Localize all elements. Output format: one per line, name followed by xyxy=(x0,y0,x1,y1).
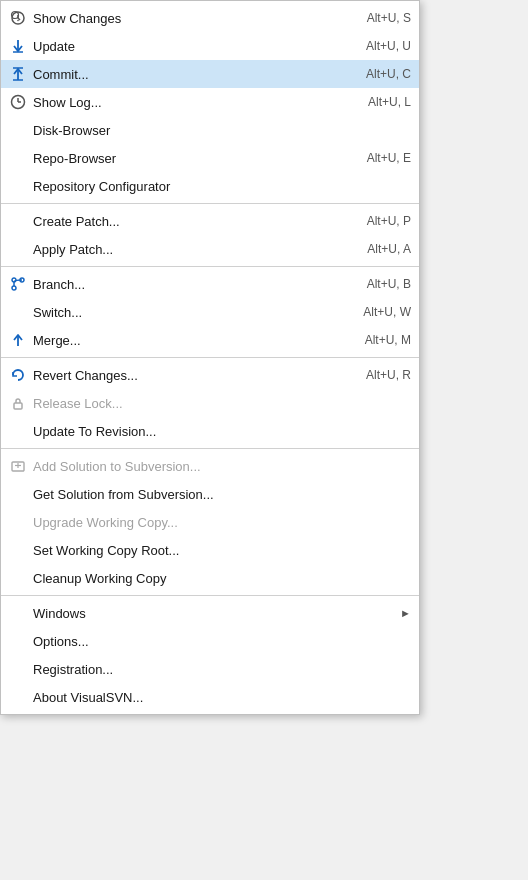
separator-3 xyxy=(1,357,419,358)
update-shortcut: Alt+U, U xyxy=(366,39,411,53)
show-changes-icon xyxy=(7,8,29,28)
menu-item-merge[interactable]: Merge... Alt+U, M xyxy=(1,326,419,354)
branch-label: Branch... xyxy=(33,277,337,292)
menu-item-cleanup-working-copy[interactable]: Cleanup Working Copy xyxy=(1,564,419,592)
svg-line-4 xyxy=(18,18,21,21)
get-solution-icon xyxy=(7,484,29,504)
commit-icon xyxy=(7,64,29,84)
menu-item-show-changes[interactable]: Show Changes Alt+U, S xyxy=(1,4,419,32)
about-icon xyxy=(7,687,29,707)
menu-item-update[interactable]: Update Alt+U, U xyxy=(1,32,419,60)
registration-label: Registration... xyxy=(33,662,381,677)
apply-patch-label: Apply Patch... xyxy=(33,242,337,257)
repo-browser-shortcut: Alt+U, E xyxy=(367,151,411,165)
merge-icon xyxy=(7,330,29,350)
windows-submenu-arrow: ► xyxy=(400,607,411,619)
svg-point-15 xyxy=(12,286,16,290)
windows-icon xyxy=(7,603,29,623)
branch-icon xyxy=(7,274,29,294)
update-to-revision-label: Update To Revision... xyxy=(33,424,381,439)
separator-1 xyxy=(1,203,419,204)
about-label: About VisualSVN... xyxy=(33,690,381,705)
upgrade-working-copy-icon xyxy=(7,512,29,532)
separator-4 xyxy=(1,448,419,449)
separator-5 xyxy=(1,595,419,596)
repository-configurator-icon xyxy=(7,176,29,196)
create-patch-icon xyxy=(7,211,29,231)
create-patch-shortcut: Alt+U, P xyxy=(367,214,411,228)
menu-item-show-log[interactable]: Show Log... Alt+U, L xyxy=(1,88,419,116)
menu-item-add-solution: Add Solution to Subversion... xyxy=(1,452,419,480)
options-label: Options... xyxy=(33,634,381,649)
menu-item-switch[interactable]: Switch... Alt+U, W xyxy=(1,298,419,326)
disk-browser-icon xyxy=(7,120,29,140)
repo-browser-label: Repo-Browser xyxy=(33,151,337,166)
menu-item-disk-browser[interactable]: Disk-Browser xyxy=(1,116,419,144)
commit-shortcut: Alt+U, C xyxy=(366,67,411,81)
separator-2 xyxy=(1,266,419,267)
update-to-revision-icon xyxy=(7,421,29,441)
menu-item-get-solution[interactable]: Get Solution from Subversion... xyxy=(1,480,419,508)
menu-item-update-to-revision[interactable]: Update To Revision... xyxy=(1,417,419,445)
set-working-copy-root-icon xyxy=(7,540,29,560)
revert-changes-label: Revert Changes... xyxy=(33,368,336,383)
switch-icon xyxy=(7,302,29,322)
commit-label: Commit... xyxy=(33,67,336,82)
menu-item-repository-configurator[interactable]: Repository Configurator xyxy=(1,172,419,200)
menu-item-branch[interactable]: Branch... Alt+U, B xyxy=(1,270,419,298)
branch-shortcut: Alt+U, B xyxy=(367,277,411,291)
menu-item-registration[interactable]: Registration... xyxy=(1,655,419,683)
update-icon xyxy=(7,36,29,56)
get-solution-label: Get Solution from Subversion... xyxy=(33,487,381,502)
apply-patch-icon xyxy=(7,239,29,259)
menu-item-about[interactable]: About VisualSVN... xyxy=(1,683,419,711)
update-label: Update xyxy=(33,39,336,54)
add-solution-icon xyxy=(7,456,29,476)
upgrade-working-copy-label: Upgrade Working Copy... xyxy=(33,515,381,530)
apply-patch-shortcut: Alt+U, A xyxy=(367,242,411,256)
show-changes-label: Show Changes xyxy=(33,11,337,26)
revert-changes-icon xyxy=(7,365,29,385)
add-solution-label: Add Solution to Subversion... xyxy=(33,459,381,474)
options-icon xyxy=(7,631,29,651)
context-menu: Show Changes Alt+U, S Update Alt+U, U Co… xyxy=(0,0,420,715)
registration-icon xyxy=(7,659,29,679)
menu-item-set-working-copy-root[interactable]: Set Working Copy Root... xyxy=(1,536,419,564)
merge-shortcut: Alt+U, M xyxy=(365,333,411,347)
set-working-copy-root-label: Set Working Copy Root... xyxy=(33,543,381,558)
disk-browser-label: Disk-Browser xyxy=(33,123,381,138)
repo-browser-icon xyxy=(7,148,29,168)
switch-shortcut: Alt+U, W xyxy=(363,305,411,319)
windows-label: Windows xyxy=(33,606,390,621)
menu-item-repo-browser[interactable]: Repo-Browser Alt+U, E xyxy=(1,144,419,172)
revert-changes-shortcut: Alt+U, R xyxy=(366,368,411,382)
menu-item-upgrade-working-copy: Upgrade Working Copy... xyxy=(1,508,419,536)
menu-item-create-patch[interactable]: Create Patch... Alt+U, P xyxy=(1,207,419,235)
release-lock-label: Release Lock... xyxy=(33,396,381,411)
repository-configurator-label: Repository Configurator xyxy=(33,179,381,194)
show-log-icon xyxy=(7,92,29,112)
cleanup-working-copy-icon xyxy=(7,568,29,588)
menu-item-apply-patch[interactable]: Apply Patch... Alt+U, A xyxy=(1,235,419,263)
release-lock-icon xyxy=(7,393,29,413)
menu-item-revert-changes[interactable]: Revert Changes... Alt+U, R xyxy=(1,361,419,389)
switch-label: Switch... xyxy=(33,305,333,320)
menu-item-options[interactable]: Options... xyxy=(1,627,419,655)
cleanup-working-copy-label: Cleanup Working Copy xyxy=(33,571,381,586)
show-log-label: Show Log... xyxy=(33,95,338,110)
show-log-shortcut: Alt+U, L xyxy=(368,95,411,109)
menu-item-windows[interactable]: Windows ► xyxy=(1,599,419,627)
svg-rect-18 xyxy=(14,403,22,409)
svg-point-2 xyxy=(17,20,19,22)
menu-item-release-lock: Release Lock... xyxy=(1,389,419,417)
menu-item-commit[interactable]: Commit... Alt+U, C xyxy=(1,60,419,88)
merge-label: Merge... xyxy=(33,333,335,348)
show-changes-shortcut: Alt+U, S xyxy=(367,11,411,25)
create-patch-label: Create Patch... xyxy=(33,214,337,229)
